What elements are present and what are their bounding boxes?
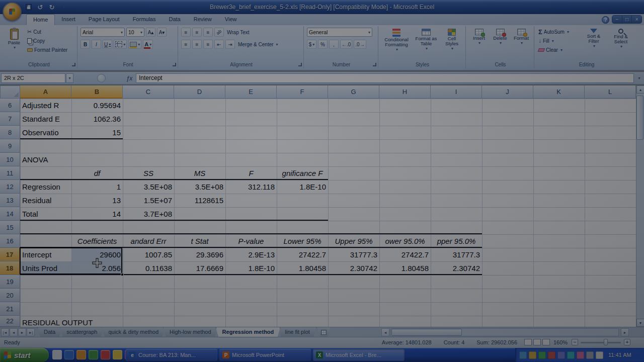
italic-button[interactable]: I xyxy=(92,40,101,49)
column-header-b[interactable]: B xyxy=(71,85,123,99)
cut-button[interactable]: ✂Cut xyxy=(26,27,69,36)
number-dialog-launcher[interactable] xyxy=(373,63,376,66)
cell-b7[interactable]: 1062.36 xyxy=(71,112,123,126)
horizontal-scrollbar[interactable]: ◄ ► xyxy=(381,328,629,336)
cell-d18[interactable]: 17.6669 xyxy=(174,261,225,275)
cell-f17[interactable]: 27422.7 xyxy=(277,248,328,261)
clear-button[interactable]: Clear▾ xyxy=(537,45,580,54)
tray-icon-1[interactable] xyxy=(519,351,527,359)
find-select-button[interactable]: Find & Select ▾ xyxy=(607,27,634,59)
cell-b12[interactable]: 1 xyxy=(71,180,123,194)
number-format-select[interactable]: General▾ xyxy=(307,28,372,37)
cell-e12[interactable]: 312.118 xyxy=(225,180,277,194)
cell-e17[interactable]: 2.9E-13 xyxy=(225,248,277,261)
column-header-d[interactable]: D xyxy=(174,85,225,99)
cell-a10[interactable]: ANOVA xyxy=(20,153,71,166)
row-header-20[interactable]: 20 xyxy=(0,289,20,302)
cell-b8[interactable]: 15 xyxy=(71,126,123,139)
quick-launch-icon-4[interactable] xyxy=(89,350,98,359)
horizontal-scroll-thumb[interactable] xyxy=(391,329,462,336)
cell-f16[interactable]: Lower 95% xyxy=(277,234,328,248)
accounting-format-button[interactable]: $▾ xyxy=(307,40,316,49)
fx-button[interactable]: ƒx xyxy=(124,73,135,83)
delete-cells-button[interactable]: Delete ▾ xyxy=(490,27,511,59)
insert-cells-button[interactable]: Insert ▾ xyxy=(468,27,490,59)
cell-e11[interactable]: F xyxy=(225,166,277,180)
format-cells-button[interactable]: Format ▾ xyxy=(511,27,532,59)
cell-i18[interactable]: 2.30742 xyxy=(431,261,482,275)
column-header-c[interactable]: C xyxy=(123,85,174,99)
zoom-slider-track[interactable] xyxy=(581,342,621,343)
top-align-button[interactable]: ≡ xyxy=(181,28,191,37)
sheet-tab-quick-dirty-method[interactable]: quick & dirty method xyxy=(102,327,165,337)
quick-launch-icon-1[interactable] xyxy=(52,350,62,359)
zoom-out-button[interactable]: − xyxy=(572,339,578,345)
start-button[interactable]: start xyxy=(0,348,49,362)
select-all-corner[interactable] xyxy=(0,85,20,99)
title-bar[interactable]: ↺ ↻ ▾ Brewer3e_brief_exercise_5-2.xls [R… xyxy=(0,0,644,14)
expand-formula-bar-button[interactable]: ▾ xyxy=(635,73,643,83)
name-box[interactable]: 2R x 2C xyxy=(1,73,65,83)
sheet-tab-high-low-method[interactable]: High-low method xyxy=(163,327,218,337)
tray-icon-2[interactable] xyxy=(529,351,536,359)
cell-c16[interactable]: andard Err xyxy=(123,234,174,248)
ribbon-tab-formulas[interactable]: Formulas xyxy=(126,14,163,25)
scroll-left-button[interactable]: ◄ xyxy=(381,328,389,336)
cell-a22[interactable]: RESIDUAL OUTPUT xyxy=(20,316,174,327)
shrink-font-button[interactable]: A▾ xyxy=(157,28,167,37)
cell-d13[interactable]: 1128615 xyxy=(174,194,225,207)
column-header-g[interactable]: G xyxy=(328,85,379,99)
scroll-up-button[interactable]: ▲ xyxy=(636,85,644,94)
cell-c17[interactable]: 1007.85 xyxy=(123,248,174,261)
conditional-formatting-button[interactable]: Conditional Formatting ▾ xyxy=(381,27,412,59)
cell-c13[interactable]: 1.5E+07 xyxy=(123,194,174,207)
merge-center-button[interactable]: Merge & Center▾ xyxy=(236,40,280,49)
font-size-select[interactable]: 10▾ xyxy=(126,28,144,37)
tray-icon-9[interactable] xyxy=(596,351,603,359)
percent-style-button[interactable]: % xyxy=(318,40,328,49)
next-sheet-button[interactable]: ► xyxy=(18,328,26,336)
autosum-button[interactable]: ΣAutoSum▾ xyxy=(537,27,580,36)
cell-h17[interactable]: 27422.7 xyxy=(379,248,431,261)
quick-launch-icon-5[interactable] xyxy=(101,350,110,359)
restore-button[interactable]: □ xyxy=(622,16,632,23)
scroll-right-button[interactable]: ► xyxy=(621,328,629,336)
clipboard-dialog-launcher[interactable] xyxy=(72,63,75,66)
cell-f11[interactable]: gnificance F xyxy=(277,166,328,180)
cell-b14[interactable]: 14 xyxy=(71,207,123,221)
ribbon-tab-insert[interactable]: Insert xyxy=(55,14,82,25)
close-button[interactable]: × xyxy=(632,16,641,23)
page-layout-view-icon[interactable] xyxy=(533,339,541,345)
minimize-button[interactable]: − xyxy=(612,16,622,23)
formula-input[interactable]: Intercept xyxy=(136,73,634,83)
grow-font-button[interactable]: A▴ xyxy=(146,28,155,37)
row-header-11[interactable]: 11 xyxy=(0,166,20,180)
zoom-level[interactable]: 160% xyxy=(553,339,568,345)
taskbar-task-course-ba-213-man[interactable]: eCourse: BA 213: Man... xyxy=(126,349,217,361)
row-header-10[interactable]: 10 xyxy=(0,153,20,166)
cell-e16[interactable]: P-value xyxy=(225,234,277,248)
row-header-9[interactable]: 9 xyxy=(0,139,20,153)
tray-icon-8[interactable] xyxy=(586,351,594,359)
align-left-button[interactable]: ≡ xyxy=(181,40,191,49)
sheet-tab-data[interactable]: Data xyxy=(37,327,62,337)
name-box-dropdown[interactable]: ▾ xyxy=(66,73,73,83)
cell-h18[interactable]: 1.80458 xyxy=(379,261,431,275)
quick-launch-icon-3[interactable] xyxy=(76,350,86,359)
previous-sheet-button[interactable]: ◄ xyxy=(10,328,18,336)
cell-d11[interactable]: MS xyxy=(174,166,225,180)
cell-i16[interactable]: pper 95.0% xyxy=(431,234,482,248)
fill-color-button[interactable]: ▾ xyxy=(128,40,141,49)
scroll-down-button[interactable]: ▼ xyxy=(636,319,644,327)
column-header-a[interactable]: A xyxy=(20,85,71,99)
font-dialog-launcher[interactable] xyxy=(173,63,176,66)
cell-g16[interactable]: Upper 95% xyxy=(328,234,379,248)
font-color-button[interactable]: A▾ xyxy=(143,40,153,49)
ribbon-tab-view[interactable]: View xyxy=(218,14,244,25)
cell-e18[interactable]: 1.8E-10 xyxy=(225,261,277,275)
ribbon-tab-home[interactable]: Home xyxy=(26,14,55,25)
increase-decimal-button[interactable]: ←.0 xyxy=(340,40,352,49)
cell-a6[interactable]: Adjusted R xyxy=(20,99,71,112)
cell-b6[interactable]: 0.95694 xyxy=(71,99,123,112)
decrease-indent-button[interactable]: ⇤ xyxy=(214,40,224,49)
